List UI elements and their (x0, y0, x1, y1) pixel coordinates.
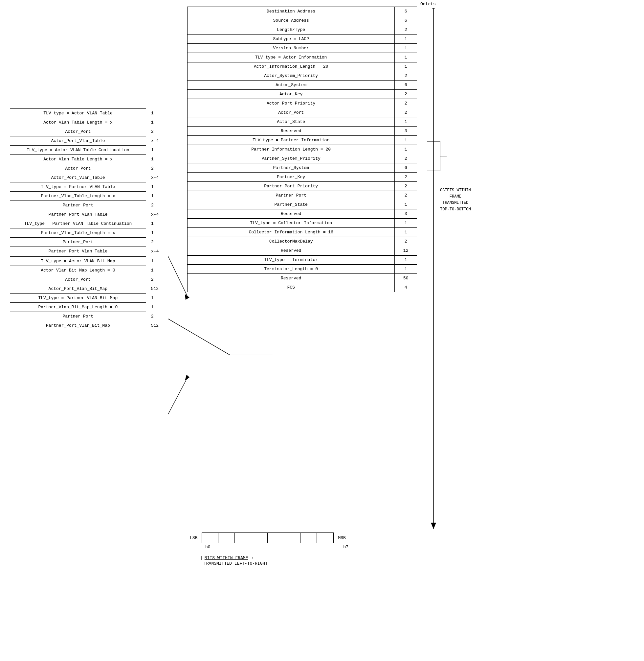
frame-row-octets: 1 (395, 200, 417, 210)
frame-table-row: Terminator_Length = 01 (187, 265, 417, 274)
frame-row-label: Terminator_Length = 0 (187, 265, 395, 274)
left-bottom1-row-num: 512 (146, 284, 167, 293)
frame-table-row: Source Address6 (187, 16, 417, 25)
frame-row-octets: 2 (395, 154, 417, 163)
left-bottom1-row-label: Actor_Port (10, 275, 146, 284)
frame-row-label: Partner_System_Priority (187, 154, 395, 163)
left-top-table-element: TLV_type = Actor VLAN Table1Actor_Vlan_T… (10, 108, 167, 256)
left-top-row-num: 2 (146, 201, 167, 210)
svg-line-9 (168, 378, 187, 414)
frame-row-octets: 1 (395, 35, 417, 44)
frame-row-octets: 12 (395, 246, 417, 256)
left-bottom1-row-num: 1 (146, 293, 167, 303)
left-bottom-table1-row: TLV_type = Partner VLAN Bit Map1 (10, 293, 167, 303)
frame-row-octets: 1 (395, 256, 417, 265)
bit-box (300, 533, 317, 543)
frame-row-label: Partner_Port_Priority (187, 182, 395, 191)
frame-table-row: Partner_State1 (187, 200, 417, 210)
frame-table-row: Actor_Information_Length = 201 (187, 62, 417, 71)
left-bottom-table1: TLV_type = Actor VLAN Bit Map1Actor_Vlan… (10, 257, 167, 330)
frame-row-label: TLV_type = Terminator (187, 256, 395, 265)
frame-row-label: Length/Type (187, 25, 395, 35)
left-bottom1-row-num: 2 (146, 275, 167, 284)
svg-marker-1 (431, 523, 436, 529)
frame-table-row: Partner_Port2 (187, 191, 417, 200)
frame-row-label: Destination Address (187, 7, 395, 16)
frame-row-octets: 1 (395, 117, 417, 127)
frame-row-octets: 6 (395, 16, 417, 25)
frame-row-octets: 2 (395, 108, 417, 117)
frame-row-octets: 1 (395, 265, 417, 274)
bit-box (284, 533, 300, 543)
frame-row-label: Partner_Information_Length = 20 (187, 145, 395, 154)
left-top-table-row: Partner_Vlan_Table_Length = x1 (10, 192, 168, 201)
frame-table-row: Length/Type2 (187, 25, 417, 35)
frame-row-octets: 1 (395, 62, 417, 71)
frame-row-label: Actor_System_Priority (187, 71, 395, 81)
bit-box (268, 533, 284, 543)
frame-row-octets: 2 (395, 71, 417, 81)
svg-line-7 (168, 257, 187, 296)
frame-row-label: FCS (187, 283, 395, 292)
left-top-row-label: Actor_Port_Vlan_Table (10, 136, 146, 146)
left-bottom-table1-row: Partner_Port_Vlan_Bit_Map512 (10, 321, 167, 330)
frame-table-row: Subtype = LACP1 (187, 35, 417, 44)
frame-row-label: Actor_Information_Length = 20 (187, 62, 395, 71)
frame-row-label: Partner_State (187, 200, 395, 210)
frame-row-octets: 3 (395, 127, 417, 136)
left-top-row-num: 1 (146, 182, 167, 192)
b7-label: b7 (343, 545, 348, 550)
left-top-table-row: TLV_type = Actor VLAN Table Continuation… (10, 146, 168, 155)
frame-table-row: Version Number1 (187, 44, 417, 53)
left-top-row-num: 1 (146, 228, 167, 238)
frame-row-octets: 2 (395, 191, 417, 200)
frame-table-row: Partner_System_Priority2 (187, 154, 417, 163)
left-top-row-num: 1 (146, 155, 167, 164)
frame-row-label: Partner_Key (187, 173, 395, 182)
left-top-row-label: Partner_Port_Vlan_Table (10, 247, 146, 256)
bit-box (251, 533, 268, 543)
h0-label: h0 (205, 545, 210, 550)
frame-row-octets: 2 (395, 182, 417, 191)
left-bottom-table1-row: TLV_type = Actor VLAN Bit Map1 (10, 257, 167, 266)
bit-diagram: LSB MSB h0 b7 | BITS WITHIN FRAME → TRAN… (187, 532, 348, 566)
frame-row-octets: 1 (395, 44, 417, 53)
frame-row-octets: 50 (395, 274, 417, 283)
left-bottom-table1-element: TLV_type = Actor VLAN Bit Map1Actor_Vlan… (10, 257, 167, 330)
left-top-table-row: Actor_Port2 (10, 164, 168, 173)
left-top-table-row: Partner_Vlan_Table_Length = x1 (10, 228, 168, 238)
frame-table-row: CollectorMaxDelay2 (187, 237, 417, 246)
left-top-row-label: Partner_Vlan_Table_Length = x (10, 228, 146, 238)
bit-box (235, 533, 251, 543)
frame-row-label: Collector_Information_Length = 16 (187, 228, 395, 237)
left-top-row-label: Actor_Vlan_Table_Length = x (10, 118, 146, 127)
frame-row-label: Reserved (187, 210, 395, 219)
frame-table-row: FCS4 (187, 283, 417, 292)
left-top-row-num: x-4 (146, 136, 167, 146)
frame-row-label: Reserved (187, 246, 395, 256)
octets-annotation: OCTETS WITHIN FRAME TRANSMITTED TOP-TO-B… (440, 188, 471, 213)
left-top-row-label: Partner_Port (10, 238, 146, 247)
left-top-row-num: 1 (146, 219, 167, 228)
frame-table-row: TLV_type = Actor Information1 (187, 53, 417, 62)
left-top-row-num: 2 (146, 164, 167, 173)
left-top-table-row: Partner_Port2 (10, 238, 168, 247)
left-bottom-table1-row: Actor_Port_Vlan_Bit_Map512 (10, 284, 167, 293)
frame-table-row: Destination Address6 (187, 7, 417, 16)
svg-marker-8 (185, 294, 189, 300)
left-top-table-row: Actor_Vlan_Table_Length = x1 (10, 118, 168, 127)
left-top-row-label: Partner_Port_Vlan_Table (10, 210, 146, 219)
frame-row-label: Actor_State (187, 117, 395, 127)
frame-table-row: TLV_type = Terminator1 (187, 256, 417, 265)
frame-row-octets: 1 (395, 219, 417, 228)
left-top-table-row: TLV_type = Partner VLAN Table1 (10, 182, 168, 192)
frame-row-label: Source Address (187, 16, 395, 25)
bit-box (218, 533, 235, 543)
left-bottom1-row-label: Actor_Vlan_Bit_Map_Length = 0 (10, 266, 146, 275)
frame-row-label: Actor_Port_Priority (187, 99, 395, 108)
frame-table-row: Reserved3 (187, 127, 417, 136)
bit-row: LSB MSB (187, 532, 348, 543)
frame-row-label: Reserved (187, 274, 395, 283)
frame-row-label: Actor_Key (187, 90, 395, 99)
left-top-row-num: 2 (146, 127, 167, 136)
